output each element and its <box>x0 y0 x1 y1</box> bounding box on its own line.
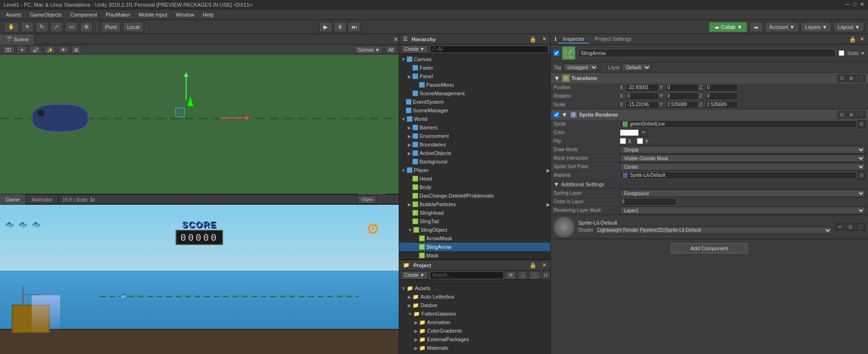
shader-settings-btn[interactable]: ⊡ <box>846 223 855 231</box>
shader-edit-btn[interactable]: ✏ <box>836 223 844 231</box>
pos-z-field[interactable] <box>705 84 738 91</box>
transform-expand-arrow[interactable]: ▼ <box>554 74 560 82</box>
step-btn[interactable]: ⏭ <box>348 22 361 32</box>
sprite-select-btn[interactable]: ⊙ <box>858 120 865 128</box>
list-item[interactable]: ▶ 📁 ExternalPackages <box>399 335 550 344</box>
menu-assets[interactable]: Assets <box>2 11 25 18</box>
hierarchy-search[interactable] <box>430 45 548 53</box>
vsync-btn[interactable]: VSync <box>358 195 376 204</box>
draw-mode-dropdown[interactable]: Simple <box>620 146 865 154</box>
menu-component[interactable]: Component <box>66 11 101 18</box>
material-field[interactable]: Sprite-Lit-Default <box>620 172 857 179</box>
expand-arrow[interactable]: ▶ <box>408 151 412 156</box>
list-item[interactable]: ▶ EventSystem <box>399 98 550 106</box>
list-item[interactable]: ▶ PauseMenu <box>399 81 550 89</box>
list-item[interactable]: ▶ SceneManagement <box>399 89 550 98</box>
cloud-btn[interactable]: ☁ <box>749 22 763 32</box>
go-active-checkbox[interactable] <box>554 50 559 56</box>
list-item[interactable]: ▶ 📁 Animation <box>399 318 550 327</box>
scene-light-btn[interactable]: ☀ <box>17 45 27 54</box>
tab-scene[interactable]: 🎬 Scene <box>0 34 35 45</box>
list-item[interactable]: ▶ ActiveObjects <box>399 149 550 157</box>
layers-btn[interactable]: Layers ▼ <box>801 22 832 32</box>
pause-btn[interactable]: ⏸ <box>333 22 347 32</box>
list-item[interactable]: ▶ 📁 Materials <box>399 344 550 352</box>
scene-close-btn[interactable]: ✕ <box>393 36 399 43</box>
transform-copy-btn[interactable]: ⊡ <box>838 74 846 82</box>
account-btn[interactable]: Account ▼ <box>765 22 799 32</box>
local-btn[interactable]: Local <box>123 22 143 32</box>
project-search[interactable] <box>430 272 504 279</box>
list-item[interactable]: ▼ Player ▶ <box>399 166 550 174</box>
expand-arrow[interactable]: ▼ <box>401 286 406 291</box>
sprite-renderer-expand[interactable]: ▼ <box>561 111 568 118</box>
additional-settings-arrow[interactable]: ▼ <box>554 181 559 188</box>
expand-arrow[interactable]: ▼ <box>408 311 412 317</box>
scale-x-field[interactable] <box>626 101 659 109</box>
sprite-renderer-copy-btn[interactable]: ⊡ <box>838 111 846 118</box>
sprite-field[interactable]: greenDottedLine <box>620 120 857 128</box>
list-item[interactable]: ▶ Fader <box>399 64 550 72</box>
menu-help[interactable]: Help <box>199 11 217 18</box>
project-lock-btn[interactable]: 🔒 <box>529 262 537 269</box>
scene-grid-btn[interactable]: ⊞ <box>71 45 81 54</box>
expand-arrow[interactable]: ▶ <box>414 337 418 342</box>
additional-settings-header[interactable]: ▼ Additional Settings <box>551 180 868 189</box>
transform-component-header[interactable]: ▼ ⟲ Transform ⊡ ⊞ ⋮ <box>551 73 868 83</box>
rot-x-field[interactable] <box>626 92 659 100</box>
list-item[interactable]: ▶ ArrowMask <box>399 234 550 243</box>
scene-fx-btn[interactable]: ✨ <box>44 45 56 54</box>
expand-arrow[interactable]: ▼ <box>401 57 406 62</box>
play-btn[interactable]: ▶ <box>319 22 332 32</box>
list-item[interactable]: ▶ Panel <box>399 72 550 81</box>
color-eyedropper-btn[interactable]: ✏ <box>640 129 647 136</box>
order-in-layer-field[interactable] <box>620 198 677 206</box>
rot-y-field[interactable] <box>665 92 698 100</box>
expand-arrow[interactable]: ▼ <box>401 168 406 173</box>
list-item[interactable]: ▶ SlingTail <box>399 217 550 226</box>
list-item[interactable]: ▶ SlingHead <box>399 209 550 217</box>
gizmos-btn[interactable]: Gizmos ▼ <box>354 45 383 54</box>
list-item[interactable]: ▶ Background <box>399 157 550 166</box>
material-select-btn[interactable]: ⊙ <box>858 172 865 179</box>
expand-arrow[interactable]: ▶ <box>414 328 418 334</box>
expand-arrow[interactable]: ▼ <box>408 227 412 233</box>
project-sync-btn[interactable]: ⟳ <box>506 271 516 280</box>
sprite-renderer-header[interactable]: ▼ 🖼 Sprite Renderer ⊡ ⊞ ⋮ <box>551 109 868 120</box>
inspector-close-btn[interactable]: ✕ <box>860 36 864 42</box>
expand-arrow[interactable]: ▶ <box>408 142 412 147</box>
transform-paste-btn[interactable]: ⊞ <box>847 74 856 82</box>
rotate-tool[interactable]: ↻ <box>36 22 48 32</box>
sprite-renderer-enabled[interactable] <box>554 112 559 118</box>
list-item[interactable]: ▶ SlingArrow <box>399 243 550 251</box>
tab-inspector[interactable]: Inspector <box>558 35 589 44</box>
transform-settings-btn[interactable]: ⋮ <box>857 74 865 82</box>
add-component-button[interactable]: Add Component <box>671 243 748 254</box>
project-down-btn[interactable]: ↓ <box>518 271 527 280</box>
list-item[interactable]: ▶ Boundaries <box>399 140 550 149</box>
flip-y-checkbox[interactable] <box>637 138 643 144</box>
list-item[interactable]: ▶ Environment <box>399 132 550 140</box>
list-item[interactable]: ▼ SlingObject <box>399 226 550 234</box>
layer-dropdown[interactable]: Default <box>622 64 651 71</box>
list-item[interactable]: ▶ Barriers <box>399 123 550 132</box>
expand-arrow[interactable]: ▶ <box>408 134 412 139</box>
pivot-btn[interactable]: Pivot <box>101 22 121 32</box>
scene-hidden-btn[interactable]: 👁 <box>58 45 69 54</box>
list-item[interactable]: ▶ BubbleParticles ▶ <box>399 200 550 209</box>
project-close-btn[interactable]: ✕ <box>542 262 546 268</box>
expand-arrow[interactable]: ▶ <box>408 202 412 207</box>
layout-btn[interactable]: Layout ▼ <box>833 22 864 32</box>
sorting-layer-dropdown[interactable]: Foreground <box>620 190 865 197</box>
list-item[interactable]: ▼ 📁 Assets <box>399 284 550 292</box>
hierarchy-collapse-btn[interactable]: ✕ <box>542 36 546 42</box>
list-item[interactable]: ▼ 📁 FallenGalaxies <box>399 309 550 318</box>
list-item[interactable]: ▼ Canvas <box>399 55 550 64</box>
rot-z-field[interactable] <box>705 92 738 100</box>
list-item[interactable]: ▶ SceneManager <box>399 106 550 115</box>
list-item[interactable]: ▶ 📁 Prefabs <box>399 352 550 354</box>
list-item[interactable]: ▶ Body <box>399 183 550 191</box>
expand-arrow[interactable]: ▶ <box>408 125 412 130</box>
sprite-renderer-paste-btn[interactable]: ⊞ <box>847 111 856 118</box>
list-item[interactable]: ▼ World <box>399 115 550 123</box>
